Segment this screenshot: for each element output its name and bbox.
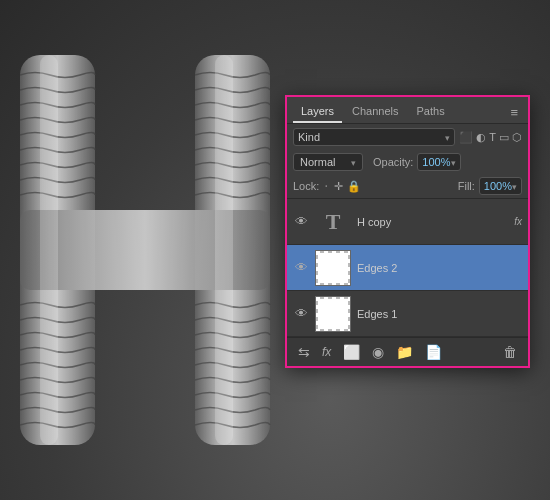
link-layers-button[interactable]: ⇆: [293, 342, 315, 362]
kind-filter-row: Kind ⬛ ◐ T ▭ ⬡: [287, 124, 528, 150]
letter-h-svg: [10, 25, 280, 475]
layer-name-edges2: Edges 2: [357, 262, 522, 274]
svg-rect-3: [40, 55, 58, 445]
text-layer-icon: T: [326, 209, 341, 235]
fx-label-text: fx: [514, 216, 522, 227]
opacity-label: Opacity:: [373, 156, 413, 168]
new-layer-button[interactable]: 📄: [420, 342, 447, 362]
opacity-chevron-icon: [451, 156, 456, 168]
adjustment-filter-icon[interactable]: ◐: [476, 131, 486, 144]
layer-list: 👁 T H copy fx 👁 Edges 2 👁 E: [287, 199, 528, 337]
panel-toolbar: ⇆ fx ⬜ ◉ 📁 📄 🗑: [287, 337, 528, 366]
type-filter-icon[interactable]: T: [489, 131, 496, 143]
canvas-artwork: [10, 20, 280, 480]
kind-chevron-icon: [445, 131, 450, 143]
layer-row-edges2[interactable]: 👁 Edges 2: [287, 245, 528, 291]
tab-layers[interactable]: Layers: [293, 101, 342, 123]
opacity-value-text: 100%: [422, 156, 450, 168]
delete-layer-button[interactable]: 🗑: [498, 342, 522, 362]
fill-value-text: 100%: [484, 180, 512, 192]
panel-tabs-row: Layers Channels Paths ≡: [287, 97, 528, 124]
layer-thumbnail-edges2: [315, 250, 351, 286]
shape-filter-icon[interactable]: ▭: [499, 131, 509, 144]
pixel-filter-icon[interactable]: ⬛: [459, 131, 473, 144]
lock-icons-group: ⬞ ✛ 🔒: [323, 180, 361, 193]
layer-row-edges1[interactable]: 👁 Edges 1: [287, 291, 528, 337]
blend-mode-value: Normal: [300, 156, 335, 168]
lock-move-icon[interactable]: ✛: [334, 180, 343, 193]
kind-label: Kind: [298, 131, 320, 143]
layer-row-h-copy[interactable]: 👁 T H copy fx: [287, 199, 528, 245]
layers-panel: Layers Channels Paths ≡ Kind ⬛ ◐ T ▭ ⬡ N…: [285, 95, 530, 368]
new-fill-layer-button[interactable]: ◉: [367, 342, 389, 362]
smart-filter-icon[interactable]: ⬡: [512, 131, 522, 144]
lock-fill-row: Lock: ⬞ ✛ 🔒 Fill: 100%: [287, 174, 528, 199]
layer-thumbnail-h-copy: T: [315, 204, 351, 240]
tab-paths[interactable]: Paths: [409, 101, 453, 123]
panel-menu-icon[interactable]: ≡: [506, 103, 522, 122]
visibility-eye-icon-edges2[interactable]: 👁: [293, 260, 309, 275]
fill-chevron-icon: [512, 180, 517, 192]
blend-mode-dropdown[interactable]: Normal: [293, 153, 363, 171]
layer-thumbnail-edges1: [315, 296, 351, 332]
lock-label: Lock:: [293, 180, 319, 192]
thumbnail-content: [318, 253, 348, 283]
fill-label: Fill:: [458, 180, 475, 192]
layer-fx-button[interactable]: fx: [317, 343, 336, 361]
tab-channels[interactable]: Channels: [344, 101, 406, 123]
layer-name-edges1: Edges 1: [357, 308, 522, 320]
lock-pixels-icon[interactable]: ⬞: [323, 180, 330, 193]
visibility-eye-icon-edges1[interactable]: 👁: [293, 306, 309, 321]
visibility-eye-icon[interactable]: 👁: [293, 214, 309, 229]
kind-dropdown[interactable]: Kind: [293, 128, 455, 146]
blend-chevron-icon: [351, 156, 356, 168]
thumbnail-content-edges1: [318, 299, 348, 329]
layer-fx-badge: fx: [514, 216, 522, 227]
layer-name-h-copy: H copy: [357, 216, 508, 228]
add-mask-button[interactable]: ⬜: [338, 342, 365, 362]
svg-rect-4: [215, 55, 233, 445]
fill-input[interactable]: 100%: [479, 177, 522, 195]
new-group-button[interactable]: 📁: [391, 342, 418, 362]
blend-opacity-row: Normal Opacity: 100%: [287, 150, 528, 174]
lock-artboard-icon[interactable]: 🔒: [347, 180, 361, 193]
opacity-input[interactable]: 100%: [417, 153, 460, 171]
kind-filter-icons: ⬛ ◐ T ▭ ⬡: [459, 131, 522, 144]
